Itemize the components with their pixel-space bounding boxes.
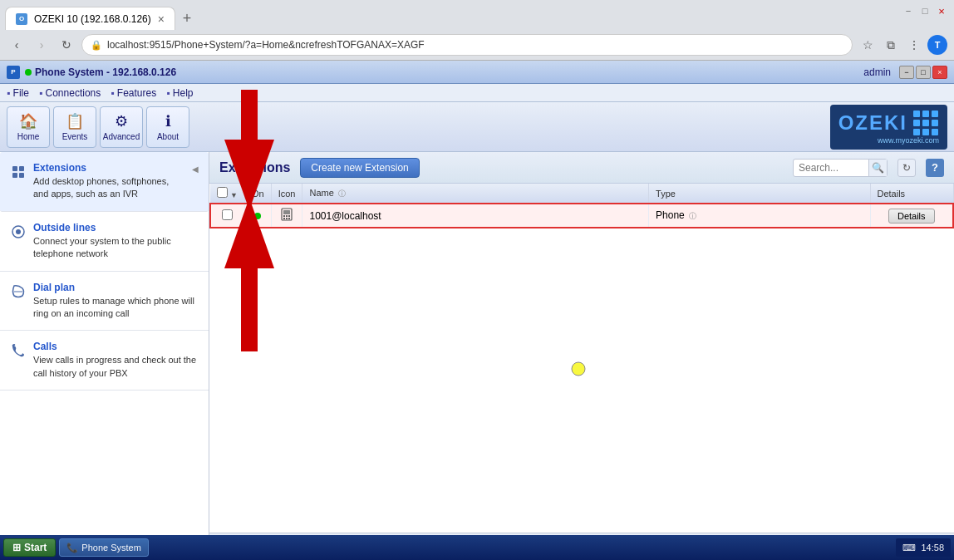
taskbar-phone-label: Phone System [81,543,141,553]
admin-label: admin [863,66,891,78]
row-checkbox[interactable] [222,209,233,220]
menu-help[interactable]: Help [166,87,193,99]
taskbar-phone-icon: 📞 [66,543,78,553]
calls-desc: View calls in progress and check out the… [33,354,199,380]
name-info-icon[interactable]: ⓘ [338,189,346,198]
tray-keyboard-icon: ⌨ [902,543,916,553]
search-input[interactable] [794,162,868,174]
app-icon: P [7,66,20,79]
row-type-text: Phone [656,209,685,221]
toolbar-home-label: Home [17,132,40,141]
tab-close-button[interactable]: × [158,12,165,26]
svg-rect-19 [286,215,288,217]
start-button[interactable]: ⊞ Start [3,538,56,557]
advanced-icon: ⚙ [115,112,128,130]
reload-button[interactable]: ↻ [57,35,76,55]
sidebar-item-outside-lines[interactable]: Outside lines Connect your system to the… [0,212,209,272]
extensions-title: Extensions [33,162,185,174]
svg-rect-6 [913,129,920,135]
ozeki-logo: OZEKI www.myozeki.com [830,105,947,150]
svg-rect-4 [922,120,929,126]
svg-rect-23 [288,218,290,219]
status-dot [25,69,32,76]
dial-plan-desc: Setup rules to manage which phone will r… [33,295,199,321]
taskbar: ⊞ Start 📞 Phone System ⌨ 14:58 [0,535,954,560]
create-extension-button[interactable]: Create new Extension [300,158,419,178]
toolbar-about-label: About [157,132,179,141]
svg-rect-20 [288,215,290,217]
status-online-dot [254,213,261,219]
col-header-name: Name ⓘ [302,184,649,204]
row-name-cell: 1001@localhost [302,204,649,228]
phone-device-icon [280,208,293,221]
sidebar-item-dial-plan[interactable]: Dial plan Setup rules to manage which ph… [0,272,209,332]
page-title: Extensions [219,160,290,175]
svg-rect-7 [922,129,929,135]
ozeki-url: www.myozeki.com [878,136,939,145]
col-header-details: Details [870,184,953,204]
svg-rect-1 [922,111,929,117]
col-header-type: Type [649,184,870,204]
search-button[interactable]: 🔍 [868,160,887,176]
app-title: Phone System - 192.168.0.126 [35,66,863,78]
svg-rect-2 [932,111,938,117]
svg-rect-12 [19,173,24,178]
events-icon: 📋 [66,112,84,130]
extensions-desc: Add desktop phones, softphones, and apps… [33,175,185,201]
sidebar-collapse-icon[interactable]: ◀ [192,165,199,174]
table-row: 1001@localhost Phone ⓘ Details [210,204,953,228]
help-button[interactable]: ? [926,159,944,177]
forward-button[interactable]: › [32,35,52,55]
extensions-table-container: ▼ On Icon Name ⓘ Type Details [209,184,954,533]
app-close-button[interactable]: × [932,66,947,79]
browser-close-button[interactable]: × [936,5,947,17]
bookmark-star-icon[interactable]: ☆ [858,35,878,55]
browser-minimize-button[interactable]: − [902,5,914,17]
toolbar-about-button[interactable]: ℹ About [146,106,189,148]
toolbar-events-button[interactable]: 📋 Events [53,106,96,148]
row-icon-cell [271,204,302,228]
svg-rect-17 [283,210,290,214]
svg-point-14 [16,229,21,234]
select-all-checkbox[interactable] [217,187,228,198]
system-time: 14:58 [921,543,944,553]
new-tab-button[interactable]: + [175,7,199,30]
svg-rect-9 [12,166,17,171]
tab-favicon: O [16,13,27,25]
dial-plan-icon [10,283,27,300]
menu-dots-icon[interactable]: ⋮ [904,35,924,55]
toolbar-home-button[interactable]: 🏠 Home [7,106,50,148]
col-header-on: On [244,184,271,204]
sidebar-item-extensions[interactable]: Extensions Add desktop phones, softphone… [0,152,209,212]
app-minimize-button[interactable]: − [899,66,914,79]
type-info-icon[interactable]: ⓘ [689,212,696,220]
menu-file[interactable]: File [7,87,29,99]
system-tray: ⌨ 14:58 [896,538,951,557]
taskbar-phone-system[interactable]: 📞 Phone System [59,538,149,557]
toolbar-advanced-label: Advanced [103,132,140,141]
calls-title: Calls [33,341,199,352]
svg-rect-8 [932,129,938,135]
toolbar-advanced-button[interactable]: ⚙ Advanced [100,106,143,148]
details-button[interactable]: Details [888,209,935,224]
app-restore-button[interactable]: □ [916,66,931,79]
main-content: Extensions Create new Extension 🔍 ↻ ? [209,152,954,559]
profile-button[interactable]: T [927,35,947,55]
svg-rect-10 [19,166,24,171]
menu-features[interactable]: Features [111,87,156,99]
extension-icon[interactable]: ⧉ [881,35,901,55]
calls-icon [10,342,27,359]
toolbar-events-label: Events [62,132,88,141]
browser-restore-button[interactable]: □ [919,5,931,17]
browser-tab[interactable]: O OZEKI 10 (192.168.0.126) × [5,7,175,30]
select-dropdown-icon[interactable]: ▼ [230,191,238,199]
sidebar-item-calls[interactable]: Calls View calls in progress and check o… [0,331,209,391]
extensions-table: ▼ On Icon Name ⓘ Type Details [209,184,954,228]
refresh-button[interactable]: ↻ [897,159,916,177]
address-bar[interactable]: 🔒 localhost:9515/Phone+System/?a=Home&nc… [81,34,853,56]
col-header-select: ▼ [210,184,244,204]
back-button[interactable]: ‹ [7,35,27,55]
menu-connections[interactable]: Connections [39,87,101,99]
svg-rect-5 [932,120,938,126]
ozeki-grid-icon [912,110,939,136]
